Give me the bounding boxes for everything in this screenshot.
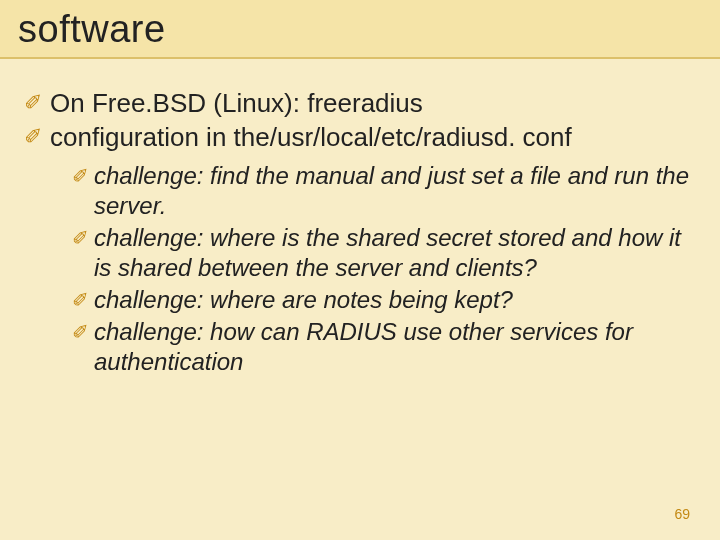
bullet-icon: ✐ [72, 223, 94, 253]
bullet-level2: ✐ challenge: where is the shared secret … [72, 223, 690, 283]
bullet-level2: ✐ challenge: how can RADIUS use other se… [72, 317, 690, 377]
slide-content: ✐ On Free.BSD (Linux): freeradius ✐ conf… [0, 59, 720, 377]
bullet-icon: ✐ [72, 317, 94, 347]
bullet-text: challenge: where are notes being kept? [94, 285, 513, 315]
sub-bullet-group: ✐ challenge: find the manual and just se… [24, 155, 690, 377]
bullet-text: challenge: where is the shared secret st… [94, 223, 690, 283]
bullet-icon: ✐ [72, 285, 94, 315]
bullet-text: On Free.BSD (Linux): freeradius [50, 87, 423, 119]
bullet-text: configuration in the/usr/local/etc/radiu… [50, 121, 572, 153]
bullet-level1: ✐ On Free.BSD (Linux): freeradius [24, 87, 690, 119]
bullet-icon: ✐ [24, 121, 50, 153]
bullet-icon: ✐ [24, 87, 50, 119]
bullet-level2: ✐ challenge: find the manual and just se… [72, 161, 690, 221]
slide-title: software [18, 8, 702, 51]
bullet-level2: ✐ challenge: where are notes being kept? [72, 285, 690, 315]
slide: software ✐ On Free.BSD (Linux): freeradi… [0, 0, 720, 540]
bullet-icon: ✐ [72, 161, 94, 191]
bullet-text: challenge: find the manual and just set … [94, 161, 690, 221]
title-band: software [0, 0, 720, 59]
bullet-text: challenge: how can RADIUS use other serv… [94, 317, 690, 377]
page-number: 69 [674, 506, 690, 522]
bullet-level1: ✐ configuration in the/usr/local/etc/rad… [24, 121, 690, 153]
